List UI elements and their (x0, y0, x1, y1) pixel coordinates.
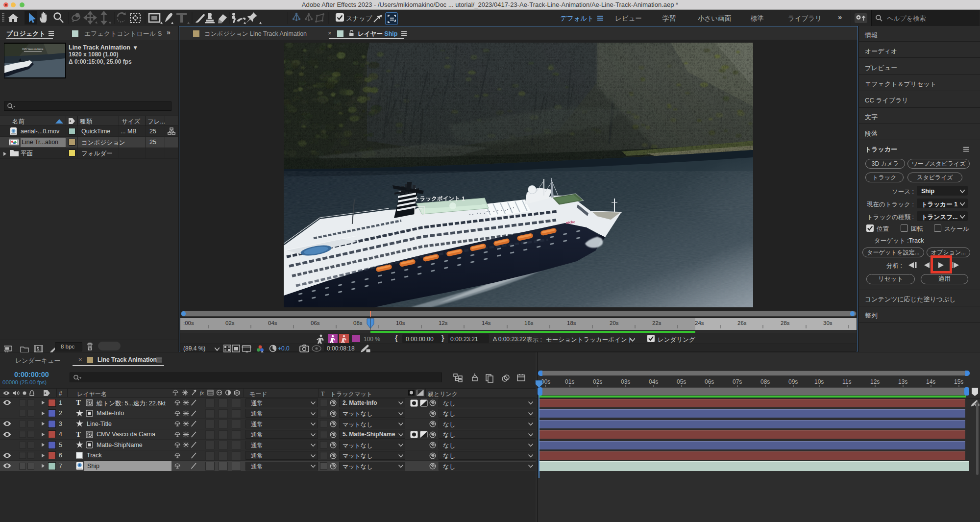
svg-text:22s: 22s (652, 320, 662, 326)
svg-text:06s: 06s (311, 320, 320, 326)
svg-text:24s: 24s (695, 320, 704, 326)
svg-text:15s: 15s (954, 378, 963, 385)
svg-text:08s: 08s (760, 378, 770, 385)
svg-text:13s: 13s (898, 378, 907, 385)
svg-text:09s: 09s (788, 378, 798, 385)
svg-text:03s: 03s (621, 378, 630, 385)
svg-text:fx: fx (200, 390, 204, 396)
svg-text:08s: 08s (353, 320, 363, 326)
svg-text:02s: 02s (225, 320, 235, 326)
svg-text:CMV Vasco da Gama: CMV Vasco da Gama (22, 48, 44, 50)
svg-text:04s: 04s (268, 320, 277, 326)
svg-text:18s: 18s (567, 320, 576, 326)
svg-text:12s: 12s (439, 320, 448, 326)
svg-text:04s: 04s (649, 378, 658, 385)
svg-text:10s: 10s (814, 378, 824, 385)
svg-text:トラックポイント 1: トラックポイント 1 (414, 196, 465, 201)
svg-text:06s: 06s (705, 378, 714, 385)
svg-text:07s: 07s (733, 378, 742, 385)
svg-text:16s: 16s (524, 320, 534, 326)
svg-text:14s: 14s (926, 378, 935, 385)
svg-text:11s: 11s (842, 378, 851, 385)
svg-text:30s: 30s (823, 320, 833, 326)
svg-text:01s: 01s (565, 378, 574, 385)
svg-text:28s: 28s (781, 320, 790, 326)
svg-text:10s: 10s (396, 320, 405, 326)
svg-text:02s: 02s (593, 378, 602, 385)
svg-text::00s: :00s (183, 320, 194, 326)
svg-text:20s: 20s (610, 320, 619, 326)
svg-text:05s: 05s (677, 378, 686, 385)
svg-text:14s: 14s (482, 320, 491, 326)
svg-text:26s: 26s (737, 320, 747, 326)
svg-text:12s: 12s (870, 378, 880, 385)
